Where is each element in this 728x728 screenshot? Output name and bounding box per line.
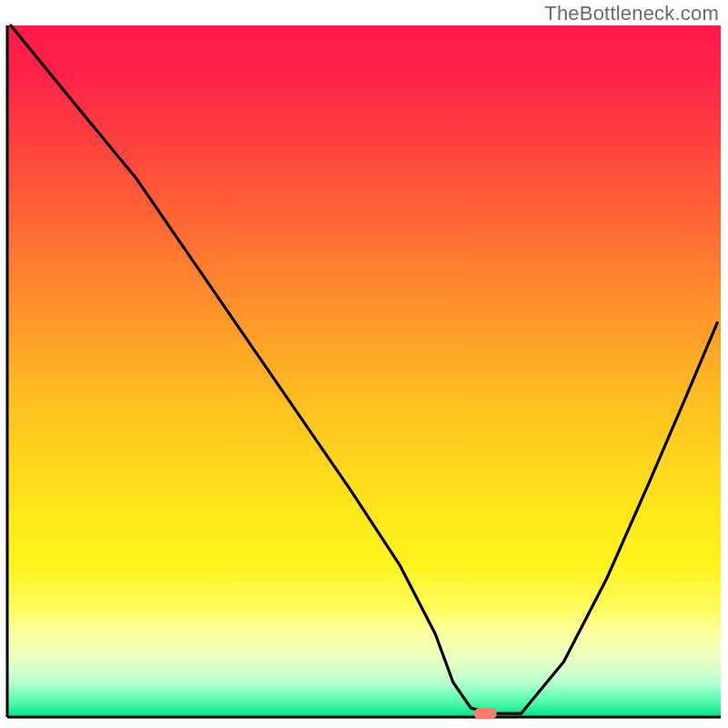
bottleneck-chart <box>0 0 728 728</box>
min-point-marker <box>474 708 497 719</box>
gradient-background <box>7 25 721 717</box>
watermark-text: TheBottleneck.com <box>544 2 719 25</box>
